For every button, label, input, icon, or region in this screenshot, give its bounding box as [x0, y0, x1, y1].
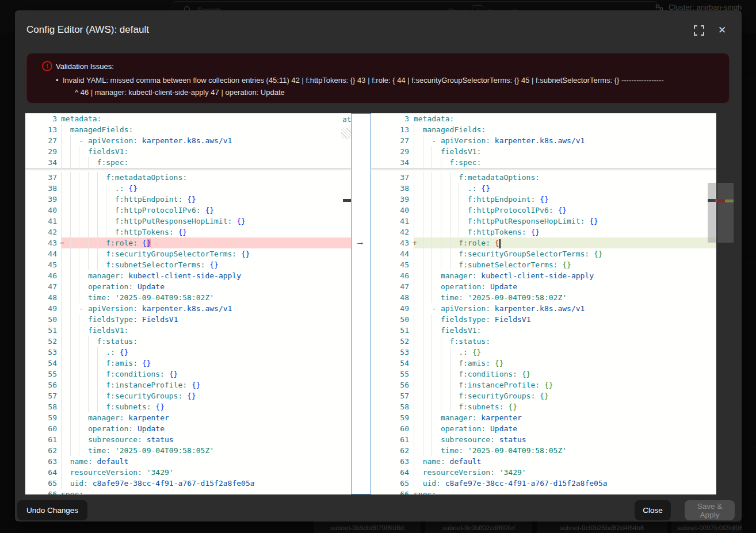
- code-line[interactable]: 59manager: karpenter: [25, 412, 351, 423]
- code-line[interactable]: 50fieldsType: FieldsV1: [371, 314, 716, 325]
- close-button[interactable]: Close: [635, 500, 671, 520]
- line-number: 34: [371, 157, 414, 168]
- code-line[interactable]: 40f:httpProtocolIPv6: {}: [25, 205, 351, 216]
- code-line[interactable]: 56f:instanceProfile: {}: [25, 379, 351, 390]
- code-line[interactable]: 57f:securityGroups: {}: [25, 390, 351, 401]
- code-line[interactable]: 66spec:: [371, 489, 716, 494]
- code-line[interactable]: 42f:httpTokens: {}: [371, 227, 716, 237]
- code-line[interactable]: 29fieldsV1:: [371, 146, 716, 157]
- code-line[interactable]: 50fieldsType: FieldsV1: [25, 314, 351, 325]
- line-number: 56: [25, 379, 61, 390]
- code-line[interactable]: 59manager: karpenter: [371, 412, 716, 423]
- code-line[interactable]: 52f:status:: [25, 336, 351, 347]
- line-number: 38: [25, 183, 61, 194]
- code-line[interactable]: 45f:subnetSelectorTerms: {}: [25, 259, 351, 270]
- diff-original-editor[interactable]: 3metadata:13managedFields:27- apiVersion…: [25, 113, 351, 494]
- code-line[interactable]: 37f:metadataOptions:: [25, 172, 351, 183]
- code-line[interactable]: 29fieldsV1:: [25, 146, 351, 157]
- code-line[interactable]: 47operation: Update: [25, 281, 351, 292]
- code-line[interactable]: 48time: '2025-09-04T09:58:02Z': [371, 292, 716, 303]
- line-number: 59: [371, 412, 414, 423]
- code-line[interactable]: 61subresource: status: [371, 434, 716, 445]
- code-line[interactable]: 46manager: kubectl-client-side-apply: [371, 270, 716, 281]
- line-number: 63: [371, 456, 414, 467]
- line-number: 60: [25, 423, 61, 434]
- code-line[interactable]: 34f:spec:: [25, 157, 351, 168]
- code-line[interactable]: 57f:securityGroups: {}: [371, 390, 716, 401]
- code-line[interactable]: 54f:amis: {}: [371, 358, 716, 369]
- save-apply-button[interactable]: Save & Apply: [685, 500, 735, 520]
- code-line[interactable]: 51fieldsV1:: [25, 325, 351, 336]
- code-line[interactable]: 41f:httpPutResponseHopLimit: {}: [25, 216, 351, 227]
- code-line[interactable]: 44f:securityGroupSelectorTerms: {}: [371, 248, 716, 259]
- diff-diagonal-fill: [341, 128, 351, 139]
- line-number: 53: [25, 347, 61, 358]
- fullscreen-button[interactable]: [694, 25, 704, 36]
- line-number: 56: [371, 379, 414, 390]
- diff-gutter-sash[interactable]: →: [351, 113, 371, 494]
- code-line[interactable]: 58f:subnets: {}: [25, 401, 351, 412]
- code-line[interactable]: 49- apiVersion: karpenter.k8s.aws/v1: [371, 303, 716, 314]
- line-number: 58: [25, 401, 61, 412]
- code-line[interactable]: 34f:spec:: [371, 157, 716, 168]
- code-line[interactable]: 44f:securityGroupSelectorTerms: {}: [25, 248, 351, 259]
- code-line[interactable]: 58f:subnets: {}: [371, 401, 716, 412]
- code-line[interactable]: 49- apiVersion: karpenter.k8s.aws/v1: [25, 303, 351, 314]
- code-line[interactable]: 51fieldsV1:: [371, 325, 716, 336]
- sticky-scroll-header: 3metadata:13managedFields:27- apiVersion…: [25, 113, 351, 168]
- undo-changes-button[interactable]: Undo Changes: [17, 500, 87, 520]
- code-line[interactable]: 63name: default: [25, 456, 351, 467]
- code-line[interactable]: 43−f:role: {}: [25, 237, 351, 248]
- code-line[interactable]: 39f:httpEndpoint: {}: [371, 194, 716, 205]
- line-number: 52: [25, 336, 61, 347]
- clipped-text-fragment: at: [342, 114, 351, 125]
- code-line[interactable]: 38.: {}: [371, 183, 716, 194]
- code-line[interactable]: 64resourceVersion: '3429': [25, 467, 351, 478]
- line-number: 39: [371, 194, 414, 205]
- text-cursor: [499, 239, 501, 248]
- code-line[interactable]: 61subresource: status: [25, 434, 351, 445]
- code-line[interactable]: 55f:conditions: {}: [25, 369, 351, 379]
- code-line[interactable]: 45f:subnetSelectorTerms: {}: [371, 259, 716, 270]
- code-line[interactable]: 3metadata:: [25, 113, 351, 124]
- revert-change-arrow-icon[interactable]: →: [356, 237, 365, 247]
- code-line[interactable]: 60operation: Update: [371, 423, 716, 434]
- line-number: 65: [25, 478, 61, 489]
- code-line[interactable]: 13managedFields:: [371, 124, 716, 135]
- code-line[interactable]: 48time: '2025-09-04T09:58:02Z': [25, 292, 351, 303]
- code-line[interactable]: 53.: {}: [25, 347, 351, 358]
- code-line[interactable]: 46manager: kubectl-client-side-apply: [25, 270, 351, 281]
- code-line[interactable]: 37f:metadataOptions:: [371, 172, 716, 183]
- code-line[interactable]: 53.: {}: [371, 347, 716, 358]
- overview-viewport-slider[interactable]: [717, 183, 734, 243]
- code-line[interactable]: 65uid: c8afe97e-38cc-4f91-a767-d15f2a8fe…: [25, 478, 351, 489]
- code-line[interactable]: 38.: {}: [25, 183, 351, 194]
- code-line[interactable]: 47operation: Update: [371, 281, 716, 292]
- code-line[interactable]: 55f:conditions: {}: [371, 369, 716, 379]
- code-line[interactable]: 27- apiVersion: karpenter.k8s.aws/v1: [371, 135, 716, 146]
- code-line[interactable]: 43+f:role: {: [371, 237, 716, 248]
- code-line[interactable]: 40f:httpProtocolIPv6: {}: [371, 205, 716, 216]
- scrollbar-thumb[interactable]: [708, 183, 716, 243]
- close-dialog-button[interactable]: ✕: [717, 25, 727, 36]
- overview-ruler[interactable]: [716, 113, 734, 494]
- line-number: 47: [371, 281, 414, 292]
- code-line[interactable]: 63name: default: [371, 456, 716, 467]
- code-line[interactable]: 39f:httpEndpoint: {}: [25, 194, 351, 205]
- code-line[interactable]: 52f:status:: [371, 336, 716, 347]
- code-line[interactable]: 65uid: c8afe97e-38cc-4f91-a767-d15f2a8fe…: [371, 478, 716, 489]
- code-line[interactable]: 27- apiVersion: karpenter.k8s.aws/v1: [25, 135, 351, 146]
- code-line[interactable]: 42f:httpTokens: {}: [25, 227, 351, 237]
- code-line[interactable]: 66spec:: [25, 489, 351, 494]
- diff-modified-editor[interactable]: 3metadata:13managedFields:27- apiVersion…: [371, 113, 716, 494]
- code-line[interactable]: 60operation: Update: [25, 423, 351, 434]
- code-line[interactable]: 41f:httpPutResponseHopLimit: {}: [371, 216, 716, 227]
- code-line[interactable]: 62time: '2025-09-04T09:58:05Z': [371, 445, 716, 456]
- code-line[interactable]: 13managedFields:: [25, 124, 351, 135]
- code-line[interactable]: 62time: '2025-09-04T09:58:05Z': [25, 445, 351, 456]
- code-line[interactable]: 56f:instanceProfile: {}: [371, 379, 716, 390]
- code-line[interactable]: 3metadata:: [371, 113, 716, 124]
- code-line[interactable]: 54f:amis: {}: [25, 358, 351, 369]
- code-line[interactable]: 64resourceVersion: '3429': [371, 467, 716, 478]
- close-icon: ✕: [718, 25, 726, 36]
